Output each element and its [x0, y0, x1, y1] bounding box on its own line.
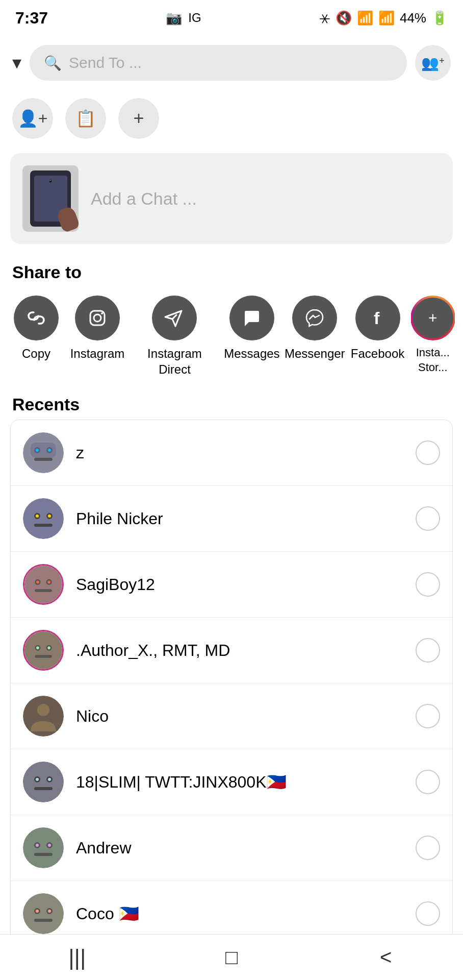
back-button[interactable]: <	[366, 937, 406, 978]
svg-rect-40	[34, 853, 53, 856]
svg-point-30	[37, 704, 49, 716]
contact-item[interactable]: 18|SLIM| TWTT:JINX800K🇵🇭	[11, 749, 452, 815]
instagram-label: Instagram	[70, 346, 125, 361]
chevron-down-button[interactable]: ▾	[12, 52, 21, 74]
svg-point-22	[47, 581, 50, 584]
status-icons: 📷 IG	[166, 10, 201, 26]
svg-point-27	[36, 647, 39, 650]
svg-point-28	[47, 647, 50, 650]
contact-name: .Author_X., RMT, MD	[76, 641, 403, 660]
avatar	[23, 827, 64, 868]
contact-radio[interactable]	[416, 440, 440, 465]
add-friends-button[interactable]: 👥 +	[415, 45, 451, 81]
share-messenger-button[interactable]: Messenger	[285, 296, 345, 361]
instagram-status-icon: IG	[188, 11, 201, 25]
share-to-label: Share to	[0, 250, 463, 290]
contact-radio[interactable]	[416, 704, 440, 728]
contact-name: Nico	[76, 707, 403, 726]
contact-item[interactable]: SagiBoy12	[11, 552, 452, 618]
avatar	[23, 630, 64, 671]
status-right-icons: ⚹ 🔇 📶 📶 44% 🔋	[319, 10, 448, 26]
messenger-icon	[292, 296, 337, 340]
contact-name: 18|SLIM| TWTT:JINX800K🇵🇭	[76, 772, 403, 792]
svg-point-37	[23, 827, 64, 868]
instagram-direct-icon	[152, 296, 197, 340]
instagram-story-label: Insta...Stor...	[416, 346, 450, 375]
contacts-book-icon: 📋	[75, 109, 96, 128]
contact-radio[interactable]	[416, 572, 440, 597]
home-icon: □	[225, 946, 238, 969]
status-time: 7:37	[15, 9, 48, 28]
add-friends-icon: 👥	[421, 55, 439, 71]
share-copy-button[interactable]: Copy	[8, 296, 64, 361]
svg-point-43	[23, 893, 64, 934]
facebook-icon: f	[355, 296, 400, 340]
battery-level: 44%	[400, 10, 426, 26]
add-person-button[interactable]: 👤+	[12, 98, 53, 139]
add-chat-placeholder[interactable]: Add a Chat ...	[91, 189, 197, 209]
facebook-label: Facebook	[351, 346, 404, 361]
avatar	[23, 762, 64, 802]
wifi-icon: 📶	[357, 10, 373, 26]
copy-icon	[14, 296, 59, 340]
contact-item[interactable]: Andrew	[11, 815, 452, 881]
svg-point-9	[36, 449, 39, 452]
svg-point-48	[48, 910, 51, 913]
messenger-label: Messenger	[285, 346, 345, 361]
contact-name: Andrew	[76, 839, 403, 857]
contact-radio[interactable]	[416, 770, 440, 794]
contact-item[interactable]: Nico	[11, 683, 452, 749]
share-apps-row: Copy Instagram Instagram Direct	[0, 290, 463, 382]
svg-rect-8	[31, 443, 56, 458]
copy-label: Copy	[22, 346, 50, 361]
instagram-story-icon: +	[411, 296, 455, 340]
add-plus-icon: +	[439, 56, 445, 66]
svg-rect-46	[34, 919, 53, 922]
add-chat-area[interactable]: 📱 Add a Chat ...	[10, 153, 453, 244]
chat-thumbnail: 📱	[22, 165, 79, 232]
contact-name: SagiBoy12	[76, 575, 403, 594]
bluetooth-icon: ⚹	[319, 10, 330, 26]
contacts-book-button[interactable]: 📋	[65, 98, 106, 139]
svg-point-35	[36, 778, 39, 781]
contact-radio[interactable]	[416, 506, 440, 531]
svg-point-11	[23, 498, 64, 539]
contact-item[interactable]: .Author_X., RMT, MD	[11, 618, 452, 683]
silent-icon: 🔇	[336, 10, 352, 26]
svg-point-41	[36, 844, 39, 847]
instagram-direct-label: Instagram Direct	[131, 346, 219, 377]
share-instagram-direct-button[interactable]: Instagram Direct	[131, 296, 219, 377]
svg-point-2	[101, 312, 103, 314]
svg-rect-34	[34, 787, 53, 790]
search-input[interactable]: Send To ...	[69, 54, 142, 71]
svg-point-10	[48, 449, 51, 452]
contact-radio[interactable]	[416, 901, 440, 926]
share-instagram-story-button[interactable]: + Insta...Stor...	[411, 296, 455, 375]
home-button[interactable]: □	[211, 937, 252, 978]
quick-actions-row: 👤+ 📋 +	[0, 90, 463, 147]
svg-point-47	[36, 910, 39, 913]
avatar	[23, 696, 64, 737]
avatar	[23, 432, 64, 473]
search-icon: 🔍	[44, 55, 62, 71]
share-messages-button[interactable]: Messages	[224, 296, 280, 361]
back-stack-icon: |||	[68, 945, 86, 970]
svg-text:f: f	[374, 308, 380, 328]
svg-point-23	[24, 631, 62, 669]
contact-radio[interactable]	[416, 836, 440, 860]
svg-point-17	[24, 566, 62, 603]
share-instagram-button[interactable]: Instagram	[69, 296, 125, 361]
back-stack-button[interactable]: |||	[57, 937, 97, 978]
contact-item[interactable]: z	[11, 420, 452, 486]
share-facebook-button[interactable]: f Facebook	[350, 296, 406, 361]
top-action-bar: ▾ 🔍 Send To ... 👥 +	[0, 36, 463, 90]
svg-point-21	[36, 581, 39, 584]
contact-radio[interactable]	[416, 638, 440, 663]
svg-rect-26	[35, 655, 52, 658]
search-box[interactable]: 🔍 Send To ...	[30, 45, 407, 81]
add-more-button[interactable]: +	[118, 98, 159, 139]
recents-label: Recents	[0, 382, 463, 420]
contact-item[interactable]: Phile Nicker	[11, 486, 452, 552]
avatar	[23, 564, 64, 605]
contact-name: Phile Nicker	[76, 509, 403, 528]
